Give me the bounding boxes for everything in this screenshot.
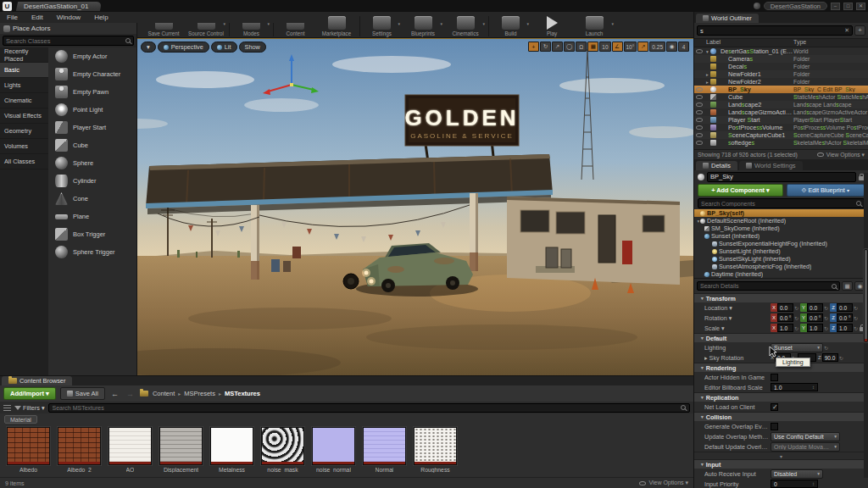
reset-icon[interactable]: ↻ (824, 305, 828, 311)
outliner-row[interactable]: BP_Sky BP_Sky_C Edit BP_Sky (694, 86, 868, 93)
asset-thumbnail[interactable] (261, 427, 304, 465)
snap-toolbar-button[interactable]: ∠ (612, 42, 623, 52)
toolbar-button[interactable]: ▾ Build (488, 16, 531, 36)
asset-search[interactable] (48, 403, 690, 413)
filters-button[interactable]: Filters ▾ (14, 404, 45, 412)
component-row[interactable]: SM_SkyDome (Inherited) (694, 225, 868, 232)
scale-x[interactable]: 1.0 (777, 324, 793, 332)
auto-receive-input-label[interactable]: Auto Receive Input (704, 470, 771, 478)
place-actor-item[interactable]: Plane (48, 208, 136, 225)
menu-item[interactable]: File (0, 14, 25, 21)
search-details-input[interactable] (700, 283, 829, 289)
component-row[interactable]: ▾ Sunset (Inherited) (694, 232, 868, 240)
asset-thumbnail[interactable] (363, 427, 406, 465)
clear-search-icon[interactable]: ✕ (844, 27, 849, 34)
location-label[interactable]: Location ▾ (704, 304, 771, 312)
chevron-down-icon[interactable]: ▾ (440, 21, 442, 26)
chevron-down-icon[interactable]: ▾ (482, 21, 485, 26)
visibility-eye-icon[interactable] (696, 118, 703, 122)
expander-icon[interactable]: ▸ (704, 80, 710, 85)
outliner-row[interactable]: SceneCaptureCube1 SceneCaptureCube Scene… (694, 131, 868, 139)
outliner-row[interactable]: Player Start PlayerStart PlayerStart (694, 116, 868, 124)
show-flags-button[interactable]: Show (239, 42, 266, 53)
place-actor-item[interactable]: Empty Actor (48, 47, 136, 65)
lighting-label[interactable]: Lighting (704, 344, 771, 352)
visibility-eye-icon[interactable] (696, 141, 703, 145)
place-actor-item[interactable]: Cone (48, 190, 136, 208)
outliner-row[interactable]: Landscape2 Landscape Landscape (694, 101, 868, 108)
snap-toolbar-button[interactable]: ◯ (564, 42, 575, 52)
reset-icon[interactable]: ↻ (824, 345, 828, 351)
place-actor-item[interactable]: Sphere Trigger (48, 243, 136, 261)
asset-thumbnail[interactable] (108, 427, 152, 465)
asset-tile[interactable]: Albedo_2 (56, 427, 103, 474)
outliner-filter-button[interactable]: + (854, 25, 865, 36)
spinner-icon[interactable]: ↕ (812, 481, 815, 486)
search-components[interactable] (698, 198, 865, 208)
net-load-label[interactable]: Net Load on Client (704, 403, 771, 411)
material-filter-chip[interactable]: Material (4, 415, 37, 424)
place-actor-item[interactable]: Point Light (48, 101, 136, 119)
section-replication[interactable]: Replication (694, 392, 868, 402)
toolbar-button[interactable]: ▾ Play (531, 16, 573, 36)
asset-tile[interactable]: noise_mask (259, 427, 306, 474)
net-load-checkbox[interactable] (771, 403, 778, 411)
asset-tile[interactable]: Normal (361, 427, 408, 474)
level-viewport[interactable]: GOLDEN GASOLINE & SERVICE (137, 38, 693, 375)
default-overlap-label[interactable]: Default Update Overlap Metho (704, 443, 771, 451)
asset-thumbnail[interactable] (210, 427, 253, 465)
back-button[interactable]: ← (109, 390, 120, 398)
outliner-row[interactable]: ▸ NewFolder1 Folder (694, 70, 868, 78)
snap-toolbar-button[interactable]: ◉ (666, 42, 677, 52)
place-actors-search[interactable] (3, 36, 134, 46)
place-actor-item[interactable]: Player Start (48, 119, 136, 136)
maximize-button[interactable]: □ (843, 3, 853, 10)
visibility-eye-icon[interactable] (696, 103, 703, 107)
component-row[interactable]: ▾ DefaultSceneRoot (Inherited) (694, 217, 868, 225)
category-tab[interactable]: Lights (0, 78, 48, 93)
outliner-search-input[interactable] (700, 27, 842, 35)
category-tab[interactable]: All Classes (0, 154, 48, 169)
category-tab[interactable]: Geometry (0, 124, 48, 139)
expander-icon[interactable]: ▸ (704, 72, 710, 77)
asset-tile[interactable]: AO (107, 427, 153, 474)
level-tab[interactable]: DesertGasStation_01 (16, 2, 102, 11)
menu-item[interactable]: Window (50, 14, 87, 21)
section-default[interactable]: Default (694, 333, 868, 342)
spinner-icon[interactable]: ↕ (812, 385, 815, 390)
snap-toolbar-button[interactable]: ↻ (540, 42, 551, 52)
chevron-down-icon[interactable]: ▾ (611, 21, 614, 26)
outliner-search[interactable]: ✕ (697, 25, 853, 36)
outliner-row[interactable]: ▾ DesertGasStation_01 (Editor) World (694, 47, 868, 55)
viewport-options-button[interactable]: ▾ (141, 42, 156, 53)
component-row[interactable]: SunsetSkyLight (Inherited) (694, 255, 868, 263)
expander-icon[interactable]: ▾ (704, 49, 710, 54)
actor-hidden-checkbox[interactable] (771, 374, 778, 381)
asset-thumbnail[interactable] (58, 427, 101, 465)
outliner-row[interactable]: PostProcessVolume PostProcessVolume Post… (694, 124, 868, 131)
visibility-eye-icon[interactable] (696, 95, 703, 99)
outliner-view-options[interactable]: View Options ▾ (817, 152, 865, 158)
toolbar-button[interactable]: ▾ Launch (573, 16, 615, 36)
expander-icon[interactable]: ▾ (694, 219, 700, 224)
generate-overlap-checkbox[interactable] (771, 423, 778, 430)
asset-thumbnail[interactable] (312, 427, 355, 465)
category-tab[interactable]: Basic (0, 63, 48, 78)
content-view-options[interactable]: View Options ▾ (639, 480, 688, 486)
scale-y[interactable]: 1.0 (807, 324, 823, 332)
category-tab[interactable]: Visual Effects (0, 108, 48, 124)
column-label[interactable]: Label (694, 39, 793, 47)
snap-toolbar-button[interactable]: + (528, 42, 539, 52)
menu-item[interactable]: Help (87, 14, 114, 21)
toolbar-button[interactable]: ▾ Cinematics (444, 16, 487, 36)
chevron-down-icon[interactable]: ▾ (398, 21, 400, 26)
place-actor-item[interactable]: Cylinder (48, 172, 136, 190)
add-import-button[interactable]: Add/Import ▾ (3, 387, 56, 400)
reset-icon[interactable]: ↻ (854, 315, 858, 321)
save-all-button[interactable]: Save All (60, 387, 105, 400)
billboard-scale-label[interactable]: Editor Billboard Scale (704, 384, 771, 391)
reset-icon[interactable]: ↻ (854, 305, 858, 311)
place-actor-item[interactable]: Sphere (48, 154, 136, 172)
property-matrix-button[interactable]: ▦ (842, 281, 853, 291)
snap-toolbar-button[interactable]: 10° (624, 42, 637, 52)
